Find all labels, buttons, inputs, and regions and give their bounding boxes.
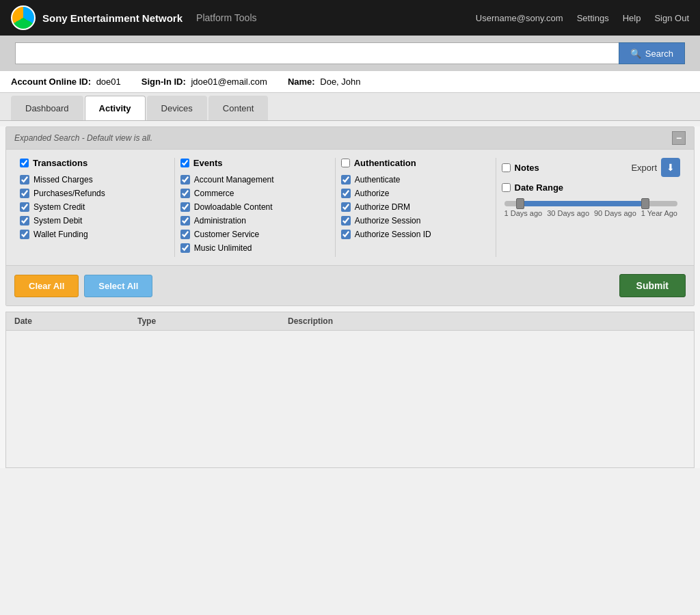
customer-service-item: Customer Service [180,230,329,239]
help-link[interactable]: Help [623,13,641,23]
customer-service-label: Customer Service [194,230,259,239]
authentication-header: Authentication [341,158,490,168]
administration-label: Administration [194,216,246,226]
missed-charges-item: Missed Charges [20,175,169,184]
top-nav: Sony Entertainment Network Platform Tool… [0,0,700,36]
authentication-column: Authentication Authenticate Authorize Au… [336,158,496,257]
search-button-label: Search [645,49,673,59]
account-management-checkbox[interactable] [180,175,190,184]
customer-service-checkbox[interactable] [180,230,190,239]
transactions-checkbox[interactable] [20,159,29,167]
action-buttons: Clear All Select All Submit [6,265,694,305]
slider-handle-right[interactable] [641,198,649,209]
logo-area: Sony Entertainment Network Platform Tool… [11,5,476,30]
purchases-refunds-item: Purchases/Refunds [20,189,169,198]
date-range-label: Date Range [515,182,564,193]
table-col-description: Description [288,316,686,326]
name-label: Name: [288,77,315,87]
slider-label-90days: 90 Days ago [594,209,636,217]
events-checkbox[interactable] [180,159,189,167]
authorize-session-id-checkbox[interactable] [341,230,351,239]
settings-link[interactable]: Settings [577,13,609,23]
authorize-drm-checkbox[interactable] [341,202,351,212]
transactions-header: Transactions [20,158,169,168]
export-label: Export [631,163,657,173]
system-debit-checkbox[interactable] [20,216,29,226]
authorize-session-id-item: Authorize Session ID [341,230,490,239]
tab-content[interactable]: Content [208,96,269,120]
search-bar-container: 🔍 Search [0,36,700,71]
commerce-label: Commerce [194,189,234,198]
main-content: Expanded Search - Default view is all. −… [0,126,700,468]
events-header: Events [180,158,329,168]
authenticate-label: Authenticate [355,175,401,184]
export-icon: ⬇ [661,158,680,177]
select-all-button[interactable]: Select All [84,275,152,297]
authorize-checkbox[interactable] [341,189,351,198]
authorize-drm-item: Authorize DRM [341,202,490,212]
downloadable-content-checkbox[interactable] [180,202,190,212]
clear-all-button[interactable]: Clear All [14,275,79,297]
date-range-header: Date Range [502,182,680,193]
download-icon: ⬇ [667,162,675,173]
tab-dashboard[interactable]: Dashboard [11,96,83,120]
music-unlimited-item: Music Unlimited [180,243,329,253]
slider-handle-left[interactable] [516,198,524,209]
date-range-checkbox[interactable] [502,183,511,192]
search-icon: 🔍 [630,49,641,59]
tab-devices[interactable]: Devices [147,96,207,120]
table-body [6,331,694,467]
signin-id-label: Sign-In ID: [142,77,186,87]
events-column: Events Account Management Commerce Dowlo… [175,158,336,257]
slider-label-1year: 1 Year Ago [641,209,677,217]
submit-button[interactable]: Submit [619,274,686,297]
search-button[interactable]: 🔍 Search [619,42,685,64]
music-unlimited-checkbox[interactable] [180,243,190,253]
commerce-checkbox[interactable] [180,189,190,198]
authentication-label: Authentication [354,158,416,168]
authentication-checkbox[interactable] [341,159,350,167]
authorize-session-item: Authorize Session [341,216,490,226]
missed-charges-checkbox[interactable] [20,175,29,184]
account-bar: Account Online ID: doe01 Sign-In ID: jdo… [0,71,700,93]
export-button[interactable]: Export ⬇ [631,158,680,177]
online-id-value: doe01 [96,77,121,87]
date-range-slider[interactable]: 1 Days ago 30 Days ago 90 Days ago 1 Yea… [502,201,680,217]
purchases-refunds-checkbox[interactable] [20,189,29,198]
wallet-funding-checkbox[interactable] [20,230,29,239]
notes-checkbox[interactable] [502,163,511,172]
downloadable-content-item: Dowloadable Content [180,202,329,212]
search-input[interactable] [15,42,619,64]
right-panel: Notes Export ⬇ Date Range [496,158,686,257]
administration-checkbox[interactable] [180,216,190,226]
authenticate-checkbox[interactable] [341,175,351,184]
downloadable-content-label: Dowloadable Content [194,202,273,212]
administration-item: Administration [180,216,329,226]
account-management-label: Account Management [194,175,274,184]
account-management-item: Account Management [180,175,329,184]
authorize-session-checkbox[interactable] [341,216,351,226]
system-debit-item: System Debit [20,216,169,226]
search-panel-header: Expanded Search - Default view is all. − [6,127,694,150]
filter-row: Transactions Missed Charges Purchases/Re… [6,150,694,265]
authenticate-item: Authenticate [341,175,490,184]
notes-label: Notes [515,163,539,173]
username-label: Username@sony.com [476,13,563,23]
slider-track [504,201,677,206]
app-name: Sony Entertainment Network [42,12,183,24]
authorize-session-label: Authorize Session [355,216,421,226]
system-credit-checkbox[interactable] [20,202,29,212]
collapse-button[interactable]: − [672,131,686,145]
sign-out-link[interactable]: Sign Out [654,13,689,23]
slider-label-30days: 30 Days ago [547,209,589,217]
nav-right: Username@sony.com Settings Help Sign Out [476,13,689,23]
name-value: Doe, John [320,77,360,87]
transactions-label: Transactions [33,158,88,168]
missed-charges-label: Missed Charges [33,175,93,184]
purchases-refunds-label: Purchases/Refunds [33,189,105,198]
sony-logo-icon [11,5,36,30]
platform-tools-label: Platform Tools [196,12,256,23]
authorize-drm-label: Authorize DRM [355,202,410,212]
transactions-column: Transactions Missed Charges Purchases/Re… [14,158,175,257]
tab-activity[interactable]: Activity [85,96,146,120]
